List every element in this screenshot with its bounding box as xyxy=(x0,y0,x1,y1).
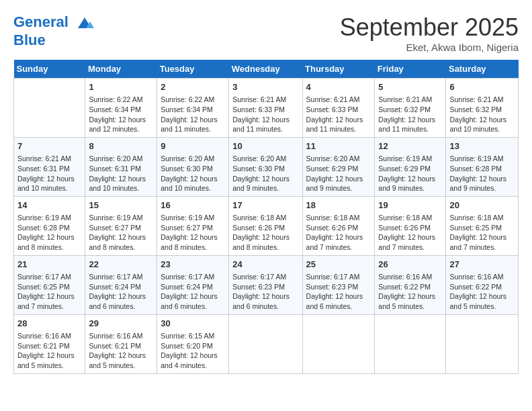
day-number: 3 xyxy=(232,81,298,93)
day-info: Sunrise: 6:21 AM Sunset: 6:33 PM Dayligh… xyxy=(306,95,371,134)
week-row-1: 1Sunrise: 6:22 AM Sunset: 6:34 PM Daylig… xyxy=(14,79,519,138)
day-number: 28 xyxy=(17,318,81,330)
day-number: 25 xyxy=(306,259,371,271)
calendar-cell: 5Sunrise: 6:21 AM Sunset: 6:32 PM Daylig… xyxy=(375,79,446,138)
logo-text: General xyxy=(13,13,94,32)
day-info: Sunrise: 6:19 AM Sunset: 6:27 PM Dayligh… xyxy=(161,213,225,253)
calendar-cell: 13Sunrise: 6:19 AM Sunset: 6:28 PM Dayli… xyxy=(446,137,519,196)
day-number: 7 xyxy=(17,140,81,152)
day-info: Sunrise: 6:18 AM Sunset: 6:26 PM Dayligh… xyxy=(378,213,442,253)
day-info: Sunrise: 6:17 AM Sunset: 6:24 PM Dayligh… xyxy=(161,272,225,312)
day-info: Sunrise: 6:21 AM Sunset: 6:31 PM Dayligh… xyxy=(17,154,81,193)
day-number: 30 xyxy=(161,318,225,330)
calendar-cell: 1Sunrise: 6:22 AM Sunset: 6:34 PM Daylig… xyxy=(85,79,157,138)
day-number: 17 xyxy=(232,199,298,212)
day-number: 22 xyxy=(89,259,153,271)
day-info: Sunrise: 6:21 AM Sunset: 6:32 PM Dayligh… xyxy=(378,95,442,134)
calendar-cell: 21Sunrise: 6:17 AM Sunset: 6:25 PM Dayli… xyxy=(14,255,85,314)
calendar-cell: 14Sunrise: 6:19 AM Sunset: 6:28 PM Dayli… xyxy=(14,196,85,255)
day-info: Sunrise: 6:18 AM Sunset: 6:26 PM Dayligh… xyxy=(306,213,371,253)
day-number: 4 xyxy=(306,81,371,93)
day-info: Sunrise: 6:19 AM Sunset: 6:29 PM Dayligh… xyxy=(378,154,442,193)
day-number: 12 xyxy=(378,140,442,152)
week-row-2: 7Sunrise: 6:21 AM Sunset: 6:31 PM Daylig… xyxy=(14,137,519,196)
calendar-cell: 7Sunrise: 6:21 AM Sunset: 6:31 PM Daylig… xyxy=(14,137,85,196)
calendar-cell: 28Sunrise: 6:16 AM Sunset: 6:21 PM Dayli… xyxy=(14,314,85,373)
day-info: Sunrise: 6:16 AM Sunset: 6:21 PM Dayligh… xyxy=(89,331,153,371)
calendar-cell: 12Sunrise: 6:19 AM Sunset: 6:29 PM Dayli… xyxy=(375,137,446,196)
day-number: 15 xyxy=(89,199,153,212)
calendar-cell: 23Sunrise: 6:17 AM Sunset: 6:24 PM Dayli… xyxy=(157,255,229,314)
calendar-cell xyxy=(446,314,519,373)
calendar-cell: 19Sunrise: 6:18 AM Sunset: 6:26 PM Dayli… xyxy=(375,196,446,255)
header-cell-wednesday: Wednesday xyxy=(229,60,302,79)
calendar-cell: 24Sunrise: 6:17 AM Sunset: 6:23 PM Dayli… xyxy=(229,255,302,314)
day-info: Sunrise: 6:19 AM Sunset: 6:28 PM Dayligh… xyxy=(449,154,515,193)
day-info: Sunrise: 6:18 AM Sunset: 6:26 PM Dayligh… xyxy=(232,213,298,253)
calendar-cell xyxy=(302,314,375,373)
day-number: 18 xyxy=(306,199,371,212)
calendar-cell: 11Sunrise: 6:20 AM Sunset: 6:29 PM Dayli… xyxy=(302,137,375,196)
week-row-5: 28Sunrise: 6:16 AM Sunset: 6:21 PM Dayli… xyxy=(14,314,519,373)
day-number: 23 xyxy=(161,259,225,271)
day-number: 11 xyxy=(306,140,371,152)
day-info: Sunrise: 6:17 AM Sunset: 6:23 PM Dayligh… xyxy=(232,272,298,312)
calendar-cell: 30Sunrise: 6:15 AM Sunset: 6:20 PM Dayli… xyxy=(157,314,229,373)
day-number: 6 xyxy=(449,81,515,93)
calendar-cell: 27Sunrise: 6:16 AM Sunset: 6:22 PM Dayli… xyxy=(446,255,519,314)
header-cell-friday: Friday xyxy=(375,60,446,79)
day-info: Sunrise: 6:22 AM Sunset: 6:34 PM Dayligh… xyxy=(161,95,225,134)
header-cell-tuesday: Tuesday xyxy=(157,60,229,79)
day-info: Sunrise: 6:17 AM Sunset: 6:24 PM Dayligh… xyxy=(89,272,153,312)
calendar-cell: 9Sunrise: 6:20 AM Sunset: 6:30 PM Daylig… xyxy=(157,137,229,196)
day-number: 13 xyxy=(449,140,515,152)
calendar-cell: 3Sunrise: 6:21 AM Sunset: 6:33 PM Daylig… xyxy=(229,79,302,138)
calendar-cell xyxy=(229,314,302,373)
day-info: Sunrise: 6:19 AM Sunset: 6:27 PM Dayligh… xyxy=(89,213,153,253)
calendar-cell: 15Sunrise: 6:19 AM Sunset: 6:27 PM Dayli… xyxy=(85,196,157,255)
day-number: 8 xyxy=(89,140,153,152)
day-info: Sunrise: 6:17 AM Sunset: 6:25 PM Dayligh… xyxy=(17,272,81,312)
calendar-cell: 8Sunrise: 6:20 AM Sunset: 6:31 PM Daylig… xyxy=(85,137,157,196)
calendar-cell: 4Sunrise: 6:21 AM Sunset: 6:33 PM Daylig… xyxy=(302,79,375,138)
month-title: September 2025 xyxy=(340,13,519,42)
day-number: 19 xyxy=(378,199,442,212)
calendar-table: SundayMondayTuesdayWednesdayThursdayFrid… xyxy=(13,60,519,374)
day-number: 5 xyxy=(378,81,442,93)
day-number: 10 xyxy=(232,140,298,152)
day-info: Sunrise: 6:19 AM Sunset: 6:28 PM Dayligh… xyxy=(17,213,81,253)
calendar-cell xyxy=(375,314,446,373)
calendar-cell: 20Sunrise: 6:18 AM Sunset: 6:25 PM Dayli… xyxy=(446,196,519,255)
day-number: 21 xyxy=(17,259,81,271)
calendar-cell: 25Sunrise: 6:17 AM Sunset: 6:23 PM Dayli… xyxy=(302,255,375,314)
day-number: 27 xyxy=(449,259,515,271)
day-info: Sunrise: 6:21 AM Sunset: 6:33 PM Dayligh… xyxy=(232,95,298,134)
day-info: Sunrise: 6:22 AM Sunset: 6:34 PM Dayligh… xyxy=(89,95,153,134)
header-cell-monday: Monday xyxy=(85,60,157,79)
day-info: Sunrise: 6:20 AM Sunset: 6:29 PM Dayligh… xyxy=(306,154,371,193)
day-info: Sunrise: 6:16 AM Sunset: 6:22 PM Dayligh… xyxy=(378,272,442,312)
day-info: Sunrise: 6:16 AM Sunset: 6:22 PM Dayligh… xyxy=(449,272,515,312)
calendar-cell: 18Sunrise: 6:18 AM Sunset: 6:26 PM Dayli… xyxy=(302,196,375,255)
day-number: 29 xyxy=(89,318,153,330)
logo: General Blue xyxy=(13,13,94,48)
day-number: 14 xyxy=(17,199,81,212)
header-row: SundayMondayTuesdayWednesdayThursdayFrid… xyxy=(14,60,519,79)
calendar-cell: 26Sunrise: 6:16 AM Sunset: 6:22 PM Dayli… xyxy=(375,255,446,314)
logo-text2: Blue xyxy=(13,32,94,48)
day-info: Sunrise: 6:20 AM Sunset: 6:30 PM Dayligh… xyxy=(232,154,298,193)
day-number: 16 xyxy=(161,199,225,212)
day-number: 9 xyxy=(161,140,225,152)
week-row-3: 14Sunrise: 6:19 AM Sunset: 6:28 PM Dayli… xyxy=(14,196,519,255)
title-block: September 2025 Eket, Akwa Ibom, Nigeria xyxy=(340,13,519,53)
calendar-cell: 10Sunrise: 6:20 AM Sunset: 6:30 PM Dayli… xyxy=(229,137,302,196)
day-info: Sunrise: 6:20 AM Sunset: 6:31 PM Dayligh… xyxy=(89,154,153,193)
header-cell-saturday: Saturday xyxy=(446,60,519,79)
day-info: Sunrise: 6:18 AM Sunset: 6:25 PM Dayligh… xyxy=(449,213,515,253)
location: Eket, Akwa Ibom, Nigeria xyxy=(340,42,519,53)
day-number: 1 xyxy=(89,81,153,93)
calendar-cell: 2Sunrise: 6:22 AM Sunset: 6:34 PM Daylig… xyxy=(157,79,229,138)
day-info: Sunrise: 6:17 AM Sunset: 6:23 PM Dayligh… xyxy=(306,272,371,312)
calendar-cell: 22Sunrise: 6:17 AM Sunset: 6:24 PM Dayli… xyxy=(85,255,157,314)
week-row-4: 21Sunrise: 6:17 AM Sunset: 6:25 PM Dayli… xyxy=(14,255,519,314)
